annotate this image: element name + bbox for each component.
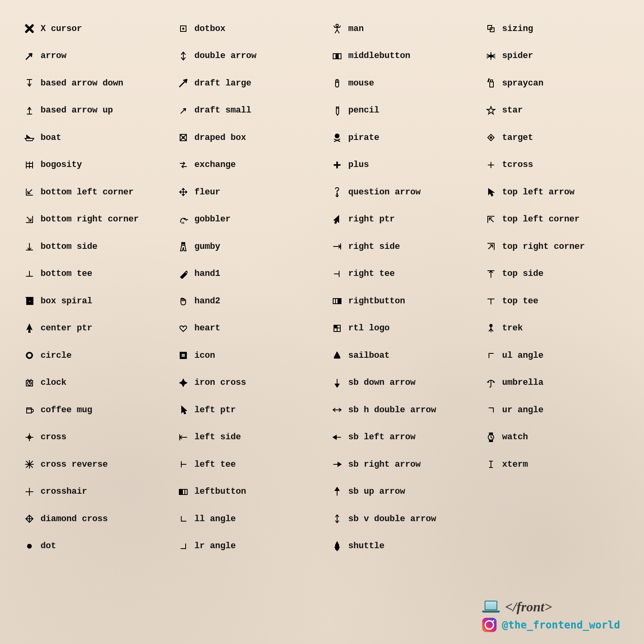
cursor-row-left-tee: left tee (172, 451, 320, 478)
circle-icon (18, 351, 41, 360)
target-icon (480, 133, 502, 142)
instagram-icon (482, 618, 497, 632)
cursor-row-trek: trek (480, 315, 628, 342)
cursor-row-bottom-left-corner: bottom left corner (18, 178, 167, 206)
cursor-label: leftbutton (194, 487, 246, 497)
arrow-icon (18, 51, 41, 61)
bottom-tee-icon (18, 270, 41, 278)
cursor-row-based-arrow-down: based arrow down (18, 70, 167, 97)
top-left-arrow-icon (480, 187, 502, 197)
gumby-icon (172, 241, 194, 252)
svg-point-90 (337, 194, 338, 195)
cursor-row-arrow: arrow (18, 43, 167, 70)
cursor-label: draft small (194, 105, 251, 115)
cursor-label: sb down arrow (348, 378, 415, 388)
sizing-icon (480, 24, 502, 33)
cursor-row-pirate: pirate (326, 124, 474, 151)
cursor-label: sb h double arrow (348, 405, 436, 415)
cursor-label: tcross (502, 160, 533, 170)
sb-up-arrow-icon (326, 487, 348, 497)
plus-icon (326, 161, 348, 169)
cursor-row-gobbler: gobbler (172, 206, 320, 233)
cursor-row-iron-cross: iron cross (172, 369, 320, 397)
spider-icon (480, 52, 502, 60)
svg-line-74 (337, 30, 339, 33)
cursor-label: gobbler (194, 214, 231, 224)
cursor-label: crosshair (41, 487, 87, 497)
sailboat-icon (326, 351, 348, 360)
rtl-logo-icon (326, 324, 348, 333)
cursor-label: target (502, 133, 533, 143)
cursor-label: middlebutton (348, 51, 410, 61)
mouse-icon (326, 78, 348, 88)
right-side-icon (326, 242, 348, 250)
cross-reverse-icon (18, 460, 41, 469)
cursor-row-target: target (480, 124, 628, 151)
column-3: manmiddlebuttonmousepencilpirateplusques… (326, 15, 474, 560)
cursor-label: trek (502, 323, 523, 333)
cursor-label: bogosity (41, 160, 82, 170)
bottom-right-corner-icon (18, 215, 41, 224)
brand-line: </front> (482, 599, 552, 615)
center-ptr-icon (18, 323, 41, 334)
cursor-row-exchange: exchange (172, 151, 320, 179)
cursor-label: X cursor (41, 24, 82, 34)
cursor-row-circle: circle (18, 342, 167, 369)
draft-large-icon (172, 78, 194, 88)
cursor-label: sizing (502, 24, 533, 34)
ur-angle-icon (480, 406, 502, 414)
cursor-label: fleur (194, 187, 220, 197)
cursor-label: right tee (348, 269, 395, 279)
top-side-icon (480, 269, 502, 279)
svg-line-156 (491, 437, 492, 438)
cursor-row-right-tee: right tee (326, 260, 474, 288)
cursor-label: clock (41, 378, 66, 388)
cursor-label: ur angle (502, 405, 543, 415)
svg-rect-97 (339, 299, 341, 304)
cursor-row-ul-angle: ul angle (480, 342, 628, 369)
cursor-label: rightbutton (348, 296, 405, 306)
cursor-row-sb-right-arrow: sb right arrow (326, 451, 474, 478)
top-right-corner-icon (480, 242, 502, 251)
right-ptr-icon (326, 215, 348, 224)
cursor-label: cross (41, 432, 66, 442)
cursor-row-crosshair: crosshair (18, 478, 167, 506)
cursor-label: watch (502, 432, 528, 442)
svg-point-127 (488, 81, 489, 82)
trek-icon (480, 323, 502, 334)
svg-point-54 (182, 243, 183, 244)
svg-line-118 (487, 54, 490, 56)
left-tee-icon (172, 460, 194, 468)
cursor-row-icon: icon (172, 342, 320, 369)
cursor-label: bottom left corner (41, 187, 134, 197)
left-ptr-icon (172, 405, 194, 415)
crosshair-icon (18, 487, 41, 496)
cursor-label: coffee mug (41, 405, 92, 415)
ll-angle-icon (172, 515, 194, 523)
sb-down-arrow-icon (326, 378, 348, 388)
cursor-row-top-right-corner: top right corner (480, 233, 628, 260)
xterm-icon (480, 460, 502, 469)
cursor-label: plus (348, 160, 369, 170)
sb-v-double-arrow-icon (326, 514, 348, 524)
top-tee-icon (480, 297, 502, 305)
cursor-row-based-arrow-up: based arrow up (18, 97, 167, 124)
hand2-icon (172, 296, 194, 306)
cursor-row-star: star (480, 97, 628, 124)
cursor-label: pencil (348, 105, 379, 115)
cursor-label: left tee (194, 460, 236, 469)
cursor-label: diamond cross (41, 514, 108, 524)
cursor-row-left-side: left side (172, 424, 320, 451)
cursor-row-top-left-arrow: top left arrow (480, 178, 628, 206)
cursor-row-plus: plus (326, 151, 474, 179)
brand-text: </front> (505, 599, 552, 615)
cursor-row-middlebutton: middlebutton (326, 43, 474, 70)
cursor-row-hand2: hand2 (172, 287, 320, 315)
cursor-row-cross-reverse: cross reverse (18, 451, 167, 478)
sb-h-double-arrow-icon (326, 407, 348, 413)
laptop-icon (482, 601, 500, 613)
cursor-row-question-arrow: question arrow (326, 178, 474, 206)
sb-left-arrow-icon (326, 434, 348, 440)
cursor-label: icon (194, 351, 215, 361)
cursor-label: bottom right corner (41, 214, 139, 224)
